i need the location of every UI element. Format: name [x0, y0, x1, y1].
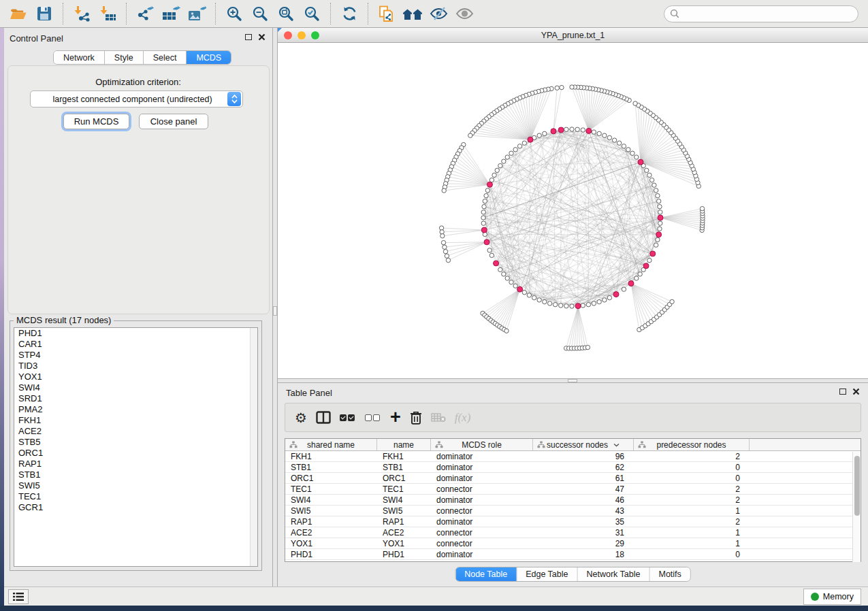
table-row[interactable]: SWI5SWI5connector431: [285, 506, 861, 516]
leaf-node[interactable]: [446, 258, 450, 262]
network-node[interactable]: [630, 151, 634, 155]
network-node[interactable]: [498, 267, 502, 271]
network-node[interactable]: [502, 272, 506, 276]
cell-name[interactable]: ORC1: [377, 473, 431, 483]
network-node[interactable]: [481, 221, 485, 225]
network-node[interactable]: [489, 253, 494, 257]
table-row[interactable]: STB1STB1dominator620: [285, 462, 861, 473]
import-table-icon[interactable]: [97, 2, 118, 25]
memory-button[interactable]: Memory: [803, 589, 861, 605]
table-scrollbar[interactable]: [852, 452, 861, 562]
list-item[interactable]: SWI5: [14, 480, 257, 491]
splitter-grip[interactable]: [273, 306, 277, 316]
cell-name[interactable]: PHD1: [377, 549, 431, 559]
cell-name[interactable]: STB1: [377, 462, 431, 472]
mcds-node[interactable]: [558, 127, 564, 133]
network-node[interactable]: [570, 127, 574, 131]
mcds-list-scrollbar[interactable]: [250, 328, 257, 566]
cell-successor-nodes[interactable]: 46: [533, 495, 634, 505]
network-node[interactable]: [527, 293, 531, 297]
network-node[interactable]: [597, 131, 601, 135]
export-table-icon[interactable]: [160, 2, 182, 25]
cell-shared-name[interactable]: ORC1: [285, 473, 377, 483]
list-item[interactable]: SWI4: [14, 382, 257, 393]
network-node[interactable]: [645, 168, 649, 172]
list-item[interactable]: STB5: [14, 437, 257, 448]
network-node[interactable]: [658, 227, 662, 231]
scrollbar-thumb[interactable]: [854, 456, 860, 516]
tab-network[interactable]: Network: [54, 51, 105, 64]
cell-successor-nodes[interactable]: 61: [533, 473, 634, 483]
horizontal-splitter[interactable]: [278, 378, 868, 383]
float-panel-icon[interactable]: [839, 389, 846, 395]
network-node[interactable]: [513, 148, 517, 152]
network-node[interactable]: [634, 276, 639, 280]
mcds-node[interactable]: [650, 251, 656, 257]
cell-MCDS-role[interactable]: dominator: [431, 495, 533, 505]
column-header-shared-name[interactable]: shared name: [285, 439, 377, 450]
network-node[interactable]: [658, 205, 662, 209]
network-node[interactable]: [612, 138, 616, 142]
mcds-node[interactable]: [628, 281, 634, 286]
table-row[interactable]: PHD1PHD1dominator180: [285, 549, 861, 560]
close-panel-icon[interactable]: [852, 388, 860, 395]
network-node[interactable]: [495, 168, 499, 172]
leaf-node[interactable]: [443, 245, 447, 249]
network-node[interactable]: [522, 141, 526, 145]
network-node[interactable]: [481, 210, 485, 214]
cell-predecessor-nodes[interactable]: 2: [634, 516, 750, 527]
tab-mcds[interactable]: MCDS: [187, 51, 231, 64]
network-node[interactable]: [581, 303, 585, 308]
task-history-button[interactable]: [8, 589, 29, 604]
add-column-icon[interactable]: +: [390, 406, 401, 429]
network-node[interactable]: [513, 284, 517, 288]
zoom-selected-icon[interactable]: [301, 2, 323, 25]
leaf-node[interactable]: [442, 188, 446, 193]
cell-successor-nodes[interactable]: 47: [533, 484, 634, 494]
cell-predecessor-nodes[interactable]: 2: [634, 484, 750, 494]
list-item[interactable]: RAP1: [14, 459, 257, 469]
leaf-node[interactable]: [443, 249, 447, 253]
leaf-node[interactable]: [633, 101, 637, 105]
vertical-splitter[interactable]: [272, 28, 278, 587]
network-node[interactable]: [607, 295, 611, 299]
mcds-node[interactable]: [613, 292, 619, 297]
cell-MCDS-role[interactable]: dominator: [431, 451, 533, 461]
network-node[interactable]: [626, 148, 630, 152]
mcds-node[interactable]: [551, 129, 556, 134]
float-panel-icon[interactable]: [245, 34, 252, 40]
network-graph[interactable]: [278, 43, 868, 378]
close-panel-button[interactable]: Close panel: [139, 114, 208, 129]
mcds-node[interactable]: [494, 261, 499, 266]
cell-name[interactable]: RAP1: [377, 516, 431, 527]
select-all-icon[interactable]: [340, 406, 356, 429]
network-node[interactable]: [656, 199, 660, 203]
leaf-node[interactable]: [570, 85, 574, 89]
refresh-layout-icon[interactable]: [338, 2, 360, 25]
network-node[interactable]: [481, 216, 485, 220]
cell-MCDS-role[interactable]: connector: [431, 527, 533, 538]
network-node[interactable]: [492, 173, 496, 177]
network-node[interactable]: [647, 173, 652, 177]
column-header-MCDS-role[interactable]: MCDS role: [431, 439, 533, 450]
network-node[interactable]: [547, 301, 551, 306]
tab-select[interactable]: Select: [144, 51, 187, 64]
delete-column-icon[interactable]: [410, 406, 422, 429]
first-neighbors-icon[interactable]: [402, 2, 423, 25]
network-node[interactable]: [537, 298, 541, 302]
cell-name[interactable]: FKH1: [377, 451, 431, 461]
network-node[interactable]: [597, 299, 601, 303]
cell-name[interactable]: SWI4: [377, 495, 431, 505]
cell-name[interactable]: TEC1: [377, 484, 431, 494]
network-node[interactable]: [485, 188, 489, 193]
network-node[interactable]: [505, 276, 509, 280]
leaf-node[interactable]: [504, 329, 509, 333]
leaf-node[interactable]: [440, 230, 444, 234]
cell-predecessor-nodes[interactable]: 1: [634, 527, 750, 538]
network-node[interactable]: [553, 302, 557, 306]
mcds-node[interactable]: [575, 303, 581, 309]
network-node[interactable]: [505, 155, 509, 159]
cell-predecessor-nodes[interactable]: 1: [634, 538, 750, 548]
show-columns-icon[interactable]: [316, 406, 331, 429]
column-header-successor-nodes[interactable]: successor nodes: [533, 439, 634, 450]
